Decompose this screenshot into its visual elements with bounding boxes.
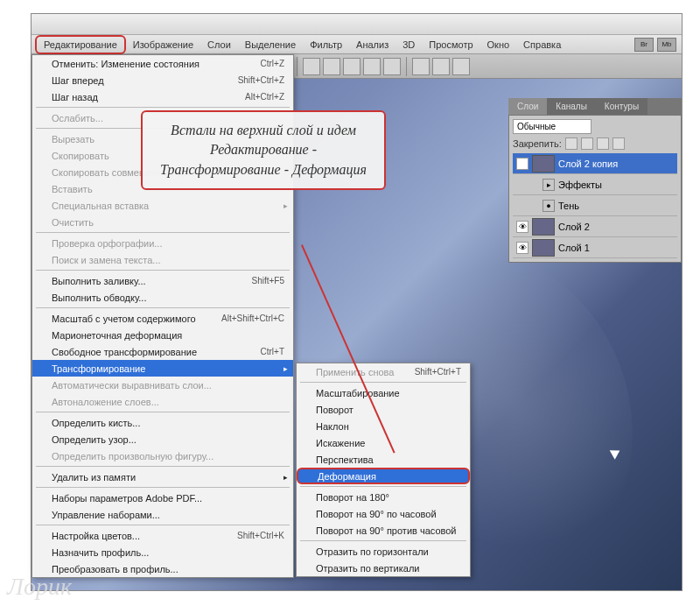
layer-row[interactable]: ●Тень <box>513 195 677 216</box>
transform-submenu[interactable]: Применить сноваShift+Ctrl+TМасштабирован… <box>296 363 471 577</box>
tool-icon[interactable] <box>383 58 401 75</box>
menu-item-label: Автоматически выравнивать слои... <box>52 380 212 391</box>
menu-item[interactable]: Масштабирование <box>297 384 470 401</box>
layer-row[interactable]: 👁Слой 2 <box>513 216 677 237</box>
menu-item-label: Наклон <box>316 421 349 432</box>
layer-thumb <box>532 218 555 236</box>
menu-item-label: Выполнить заливку... <box>52 276 146 286</box>
menu-Окно[interactable]: Окно <box>480 37 517 53</box>
menu-item[interactable]: Искажение <box>297 434 470 451</box>
tool-icon[interactable] <box>452 58 470 75</box>
toolbar-btn-Mb[interactable]: Mb <box>657 38 676 52</box>
menu-Анализ[interactable]: Анализ <box>349 37 396 53</box>
menu-Редактирование[interactable]: Редактирование <box>35 35 126 54</box>
menu-item[interactable]: Деформация <box>297 468 470 484</box>
menu-item: Определить произвольную фигуру... <box>32 447 293 464</box>
menu-item-label: Трансформирование <box>52 363 145 374</box>
menu-item-label: Деформация <box>318 471 376 482</box>
menu-item[interactable]: Шаг назадAlt+Ctrl+Z <box>32 88 293 105</box>
menu-item-label: Отразить по горизонтали <box>316 546 429 557</box>
menu-item-label: Определить кисть... <box>52 418 140 428</box>
menu-item[interactable]: Наборы параметров Adobe PDF... <box>32 490 293 506</box>
menu-item-label: Ослабить... <box>52 113 103 123</box>
tool-icon[interactable] <box>412 58 430 75</box>
layer-list[interactable]: 👁Слой 2 копия▸Эффекты●Тень👁Слой 2👁Слой 1 <box>513 153 677 258</box>
menu-item[interactable]: Определить кисть... <box>32 414 293 431</box>
menu-item[interactable]: Назначить профиль... <box>32 544 293 560</box>
menu-item[interactable]: Шаг впередShift+Ctrl+Z <box>32 72 293 88</box>
watermark: Лорик <box>7 573 72 601</box>
menu-item-label: Поворот <box>316 405 354 415</box>
menu-item-label: Поиск и замена текста... <box>52 255 161 265</box>
panel-tab-Каналы[interactable]: Каналы <box>547 98 596 115</box>
menu-Выделение[interactable]: Выделение <box>238 37 303 53</box>
panel-tabs[interactable]: СлоиКаналыКонтуры <box>508 98 682 115</box>
menu-Фильтр[interactable]: Фильтр <box>303 37 349 53</box>
menu-item[interactable]: Выполнить заливку...Shift+F5 <box>32 272 293 289</box>
menu-item[interactable]: Поворот на 180° <box>297 489 470 505</box>
menu-item-label: Автоналожение слоев... <box>52 397 159 407</box>
menu-item[interactable]: Трансформирование▸ <box>32 360 293 377</box>
menu-item[interactable]: Отразить по вертикали <box>297 560 470 576</box>
menu-item-label: Определить произвольную фигуру... <box>52 451 214 462</box>
shortcut: Alt+Ctrl+Z <box>245 92 284 102</box>
tool-icon[interactable] <box>323 58 340 75</box>
menu-item[interactable]: Перспектива <box>297 451 470 468</box>
visibility-icon[interactable]: ▸ <box>542 179 555 191</box>
layer-row[interactable]: 👁Слой 2 копия <box>513 153 677 174</box>
tool-icon[interactable] <box>432 58 450 75</box>
menu-Справка[interactable]: Справка <box>516 37 568 53</box>
menu-item-label: Шаг вперед <box>52 75 104 86</box>
menu-item[interactable]: Поворот <box>297 401 470 418</box>
visibility-icon[interactable]: 👁 <box>516 158 528 170</box>
menu-3D[interactable]: 3D <box>396 37 422 53</box>
menu-item-label: Поворот на 180° <box>316 492 389 503</box>
panel-tab-Слои[interactable]: Слои <box>508 98 547 115</box>
menu-item[interactable]: Поворот на 90° по часовой <box>297 505 470 522</box>
menu-item[interactable]: Определить узор... <box>32 431 293 447</box>
menu-item-label: Марионеточная деформация <box>52 330 182 341</box>
visibility-icon[interactable]: 👁 <box>516 221 528 233</box>
layer-row[interactable]: 👁Слой 1 <box>513 237 677 258</box>
layer-name: Слой 2 <box>558 222 590 232</box>
tool-icon[interactable] <box>363 58 381 75</box>
lock-move-icon[interactable] <box>581 137 593 150</box>
tool-icon[interactable] <box>303 58 320 75</box>
panel-tab-Контуры[interactable]: Контуры <box>596 98 648 115</box>
menubar[interactable]: РедактированиеИзображениеСлоиВыделениеФи… <box>32 35 682 54</box>
menu-item-label: Поворот на 90° против часовой <box>316 525 457 536</box>
blend-mode-select[interactable]: Обычные <box>513 119 592 134</box>
menu-item-label: Искажение <box>316 438 365 448</box>
menu-item[interactable]: Поворот на 90° против часовой <box>297 522 470 539</box>
panel-body: Обычные Закрепить: 👁Слой 2 копия▸Эффекты… <box>508 115 682 263</box>
visibility-icon[interactable]: ● <box>542 200 555 212</box>
titlebar <box>32 14 682 35</box>
lock-all-icon[interactable] <box>612 137 625 150</box>
visibility-icon[interactable]: 👁 <box>516 242 528 254</box>
menu-item[interactable]: Отразить по горизонтали <box>297 543 470 560</box>
menu-item[interactable]: Настройка цветов...Shift+Ctrl+K <box>32 527 293 544</box>
menu-item-label: Управление наборами... <box>52 510 160 520</box>
menu-item[interactable]: Удалить из памяти▸ <box>32 469 293 485</box>
menu-item[interactable]: Марионеточная деформация <box>32 327 293 343</box>
menu-item[interactable]: Выполнить обводку... <box>32 289 293 306</box>
lock-brush-icon[interactable] <box>565 137 578 150</box>
menu-item-label: Вырезать <box>52 134 94 144</box>
menu-item[interactable]: Масштаб с учетом содержимогоAlt+Shift+Ct… <box>32 310 293 327</box>
menu-Просмотр[interactable]: Просмотр <box>422 37 480 53</box>
menu-item[interactable]: Свободное трансформированиеCtrl+T <box>32 343 293 360</box>
shortcut: Alt+Shift+Ctrl+C <box>221 314 284 323</box>
menu-item: Поиск и замена текста... <box>32 251 293 268</box>
tool-icon[interactable] <box>343 58 360 75</box>
toolbar-btn-Br[interactable]: Br <box>634 38 654 52</box>
lock-plus-icon[interactable] <box>597 137 609 150</box>
layer-row[interactable]: ▸Эффекты <box>513 174 677 195</box>
annotation: Встали на верхний слой и идем Редактиров… <box>141 110 386 242</box>
shortcut: Shift+Ctrl+T <box>415 367 461 377</box>
layer-name: Тень <box>558 201 579 211</box>
layers-panel[interactable]: СлоиКаналыКонтуры Обычные Закрепить: 👁Сл… <box>508 98 682 263</box>
menu-Слои[interactable]: Слои <box>200 37 238 53</box>
menu-item[interactable]: Отменить: Изменение состоянияCtrl+Z <box>32 55 293 72</box>
menu-item[interactable]: Управление наборами... <box>32 506 293 523</box>
menu-Изображение[interactable]: Изображение <box>126 37 200 53</box>
